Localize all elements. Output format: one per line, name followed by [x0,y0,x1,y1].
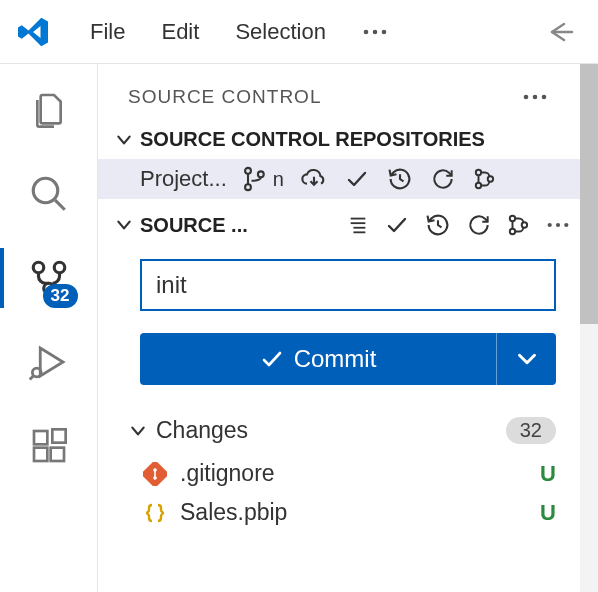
svg-point-33 [556,223,560,227]
vscode-logo-icon [12,11,54,53]
svg-point-7 [54,262,65,273]
svg-point-32 [548,223,552,227]
changes-header[interactable]: Changes 32 [98,399,580,454]
file-name: .gitignore [180,460,528,487]
svg-point-2 [382,29,387,34]
activity-explorer[interactable] [16,86,82,134]
svg-rect-14 [50,448,63,461]
scrollbar[interactable] [580,64,598,592]
svg-point-21 [258,171,264,177]
svg-rect-15 [52,429,65,442]
menu-overflow-icon[interactable] [350,22,400,42]
svg-point-16 [524,95,529,100]
commit-dropdown-icon[interactable] [496,333,556,385]
check-icon[interactable] [344,167,370,191]
svg-point-17 [533,95,538,100]
svg-point-22 [476,170,481,175]
repo-row[interactable]: Project... n [98,159,580,199]
back-arrow-icon[interactable] [532,14,586,50]
svg-point-6 [33,262,44,273]
check-icon[interactable] [384,213,410,237]
activity-bar: 32 [0,64,98,592]
titlebar: File Edit Selection [0,0,598,64]
svg-line-11 [29,376,33,380]
file-status: U [540,500,556,526]
check-icon [260,347,284,371]
chevron-down-icon [114,215,134,235]
cloud-sync-icon[interactable] [300,166,328,192]
svg-rect-13 [34,448,47,461]
file-name: Sales.pbip [180,499,528,526]
history-icon[interactable] [386,165,414,193]
main-body: 32 SOURCE CONTROL SOURCE CONTROL REPOSIT… [0,64,598,592]
menu-file[interactable]: File [72,13,143,51]
svg-point-0 [364,29,369,34]
file-row[interactable]: Sales.pbip U [98,493,580,532]
commit-button-label: Commit [294,345,377,373]
svg-point-34 [564,223,568,227]
scm-badge: 32 [43,284,78,308]
braces-file-icon [142,500,168,526]
history-icon[interactable] [424,211,452,239]
svg-point-19 [245,168,251,174]
source-control-panel: SOURCE CONTROL SOURCE CONTROL REPOSITORI… [98,64,598,592]
activity-search[interactable] [16,170,82,218]
activity-run-debug[interactable] [16,338,82,386]
menu-edit[interactable]: Edit [143,13,217,51]
svg-point-30 [510,229,515,234]
panel-more-icon[interactable] [514,89,556,105]
chevron-down-icon [114,130,134,150]
activity-source-control[interactable]: 32 [16,254,82,302]
sc-section-header[interactable]: SOURCE ... [98,199,580,247]
changes-count-badge: 32 [506,417,556,444]
commit-button[interactable]: Commit [140,333,556,385]
svg-point-31 [522,222,527,227]
branch-icon[interactable] [241,165,269,193]
git-file-icon [142,461,168,487]
svg-marker-9 [40,348,63,376]
refresh-icon[interactable] [430,166,456,192]
svg-point-23 [476,183,481,188]
refresh-icon[interactable] [466,212,492,238]
graph-icon[interactable] [506,211,532,239]
branch-label: n [273,168,284,191]
svg-point-4 [33,178,58,203]
changes-title: Changes [156,417,498,444]
svg-rect-12 [34,431,47,444]
svg-line-5 [55,200,65,210]
commit-message-input[interactable] [140,259,556,311]
repos-section-title: SOURCE CONTROL REPOSITORIES [140,128,485,151]
chevron-down-icon [128,421,148,441]
section-more-icon[interactable] [546,221,570,229]
menu-selection[interactable]: Selection [217,13,344,51]
tree-view-icon[interactable] [346,214,370,236]
repo-name: Project... [140,166,227,192]
file-row[interactable]: .gitignore U [98,454,580,493]
scrollbar-thumb[interactable] [580,64,598,324]
graph-icon[interactable] [472,165,498,193]
svg-point-18 [542,95,547,100]
panel-title: SOURCE CONTROL [128,86,514,108]
svg-point-10 [32,368,41,377]
repos-section-header[interactable]: SOURCE CONTROL REPOSITORIES [98,120,580,159]
activity-extensions[interactable] [16,422,82,470]
file-status: U [540,461,556,487]
svg-point-20 [245,184,251,190]
sc-section-title: SOURCE ... [140,214,248,237]
svg-point-29 [510,216,515,221]
svg-point-1 [373,29,378,34]
svg-point-24 [488,176,493,181]
